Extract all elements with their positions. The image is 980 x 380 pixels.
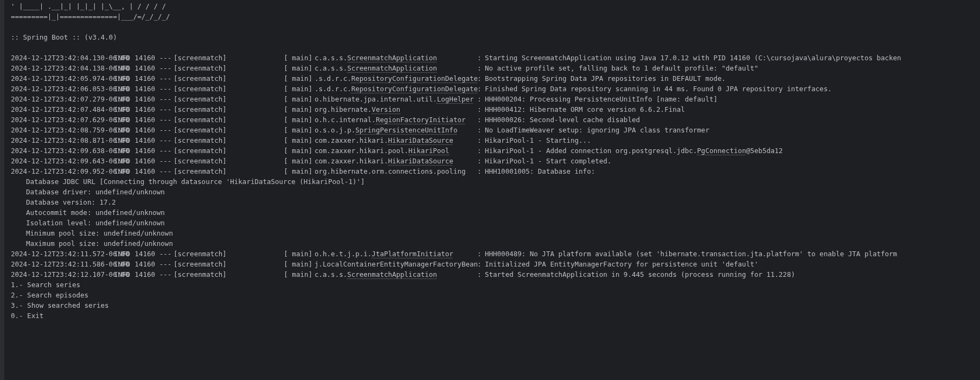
banner-line [11, 42, 980, 53]
left-gutter [0, 0, 4, 380]
log-row: 2024-12-12T23:42:08.759-06:00INFO 14160-… [11, 125, 980, 135]
log-row: 2024-12-12T23:42:07.279-06:00INFO 14160-… [11, 94, 980, 104]
log-row: 2024-12-12T23:42:12.107-06:00INFO 14160-… [11, 269, 980, 280]
log-row: 2024-12-12T23:42:07.629-06:00INFO 14160-… [11, 115, 980, 125]
log-row: 2024-12-12T23:42:09.952-06:00INFO 14160-… [11, 166, 980, 176]
db-info-line: Isolation level: undefined/unknown [11, 218, 980, 228]
db-info-line: Minimum pool size: undefined/unknown [11, 228, 980, 238]
log-row: 2024-12-12T23:42:11.572-06:00INFO 14160-… [11, 249, 980, 259]
log-lines: 2024-12-12T23:42:04.130-06:00INFO 14160-… [11, 53, 980, 176]
log-row: 2024-12-12T23:42:04.130-06:00INFO 14160-… [11, 53, 980, 63]
log-row: 2024-12-12T23:42:05.974-06:00INFO 14160-… [11, 73, 980, 84]
application-menu: 1.- Search series2.- Search episodes3.- … [11, 280, 980, 321]
menu-option: 2.- Search episodes [11, 290, 980, 300]
log-row: 2024-12-12T23:42:04.138-06:00INFO 14160-… [11, 63, 980, 73]
log-row: 2024-12-12T23:42:11.586-06:00INFO 14160-… [11, 259, 980, 269]
menu-option: 3.- Show searched series [11, 300, 980, 311]
console-output[interactable]: ' |____| .__|_| |_|_| |_\__, | / / / / =… [4, 0, 980, 321]
log-row: 2024-12-12T23:42:07.484-06:00INFO 14160-… [11, 104, 980, 115]
log-row: 2024-12-12T23:42:09.638-06:00INFO 14160-… [11, 145, 980, 156]
db-info-line: Database driver: undefined/unknown [11, 187, 980, 197]
spring-boot-banner: ' |____| .__|_| |_|_| |_\__, | / / / / =… [11, 1, 980, 53]
banner-line: :: Spring Boot :: (v3.4.0) [11, 32, 980, 42]
banner-line [11, 22, 980, 32]
db-info-line: Database version: 17.2 [11, 197, 980, 207]
log-row: 2024-12-12T23:42:06.053-06:00INFO 14160-… [11, 84, 980, 94]
db-info-line: Autocommit mode: undefined/unknown [11, 207, 980, 218]
log-row: 2024-12-12T23:42:08.871-06:00INFO 14160-… [11, 135, 980, 145]
banner-line: =========|_|==============|___/=/_/_/_/ [11, 11, 980, 22]
menu-option: 0.- Exit [11, 311, 980, 321]
db-info-line: Database JDBC URL [Connecting through da… [11, 176, 980, 187]
log-row: 2024-12-12T23:42:09.643-06:00INFO 14160-… [11, 156, 980, 166]
database-info-block: Database JDBC URL [Connecting through da… [11, 176, 980, 249]
log-lines-2: 2024-12-12T23:42:11.572-06:00INFO 14160-… [11, 249, 980, 280]
banner-line: ' |____| .__|_| |_|_| |_\__, | / / / / [11, 1, 980, 11]
menu-option: 1.- Search series [11, 280, 980, 290]
db-info-line: Maximum pool size: undefined/unknown [11, 238, 980, 249]
